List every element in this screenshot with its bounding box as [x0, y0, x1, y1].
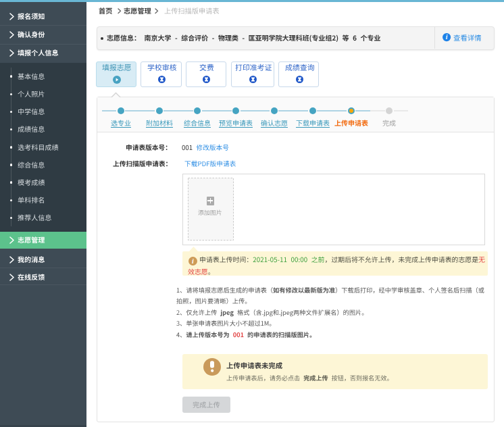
svg-text:i: i: [446, 34, 448, 41]
svg-text:i: i: [192, 257, 194, 265]
